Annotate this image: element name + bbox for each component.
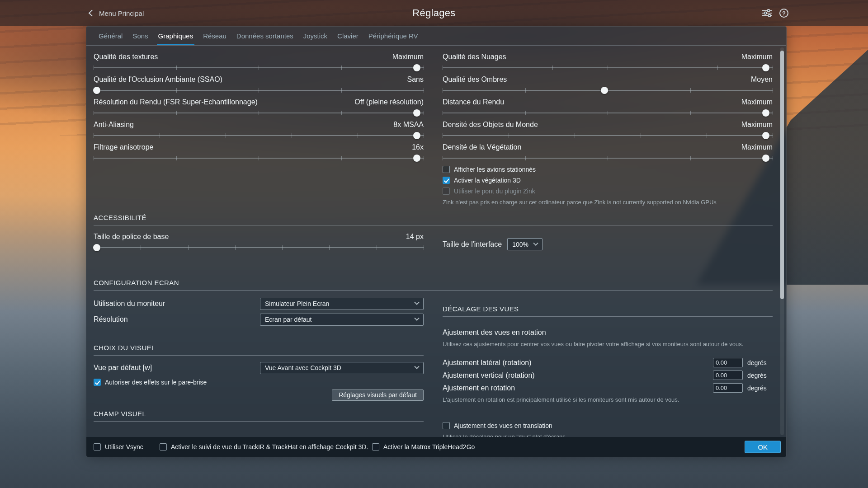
slider-knob[interactable]	[413, 109, 420, 117]
default-view-dropdown[interactable]: Vue Avant avec Cockpit 3D	[260, 362, 424, 374]
tab-general[interactable]: Général	[94, 27, 127, 45]
sliders-left-column: Qualité des texturesMaximum Qualité de l…	[94, 53, 424, 206]
slider-knob[interactable]	[762, 155, 769, 162]
slider-knob[interactable]	[413, 132, 420, 139]
monitor-usage-label: Utilisation du moniteur	[94, 300, 260, 308]
checkbox-matrox-triplehead[interactable]: Activer la Matrox TripleHead2Go	[372, 443, 475, 450]
page-title: Réglages	[0, 7, 868, 19]
section-header-visual-choice: CHOIX DU VISUEL	[94, 344, 424, 356]
checkbox-label: Utiliser Vsync	[105, 443, 143, 450]
slider-label: Filtrage anisotrope	[94, 143, 154, 151]
display-settings-icon[interactable]	[762, 9, 772, 17]
zink-unsupported-note: Zink n'est pas pris en charge sur cet or…	[443, 198, 773, 206]
scrollbar-thumb[interactable]	[780, 51, 784, 299]
slider-ticks	[94, 64, 424, 71]
tab-graphiques[interactable]: Graphiques	[153, 27, 198, 45]
slider-knob[interactable]	[93, 87, 100, 94]
interface-size-row: Taille de l'interface 100%	[443, 234, 773, 255]
visual-defaults-button[interactable]: Réglages visuels par défaut	[332, 389, 424, 401]
checkbox-box	[94, 379, 101, 386]
tab-joystick[interactable]: Joystick	[298, 27, 332, 45]
vertical-rotation-label: Ajustement vertical (rotation)	[443, 371, 708, 380]
slider-track[interactable]	[94, 64, 424, 71]
slider-knob[interactable]	[413, 64, 420, 71]
checkbox-box	[443, 422, 450, 429]
slider-knob[interactable]	[762, 64, 769, 71]
checkbox-label: Afficher les avions stationnés	[454, 166, 536, 173]
rotation-adjust-label: Ajustement en rotation	[443, 384, 708, 392]
slider-fsr-resolution: Résolution du Rendu (FSR Super-Echantill…	[94, 98, 424, 117]
slider-knob[interactable]	[601, 87, 608, 94]
checkbox-box	[443, 177, 450, 184]
lateral-rotation-label: Ajustement latéral (rotation)	[443, 359, 708, 367]
checkbox-trackir[interactable]: Activer le suivi de vue du TrackIR & Tra…	[160, 443, 368, 450]
checkbox-vsync[interactable]: Utiliser Vsync	[94, 443, 143, 450]
checkbox-translation-adjust[interactable]: Ajustement des vues en translation	[443, 422, 773, 429]
resolution-dropdown[interactable]: Ecran par défaut	[260, 314, 424, 326]
tab-donnees-sortantes[interactable]: Données sortantes	[231, 27, 298, 45]
checkbox-windshield-effects[interactable]: Autoriser des effets sur le pare-brise	[94, 379, 424, 386]
slider-track[interactable]	[443, 109, 773, 117]
checkbox-3d-vegetation[interactable]: Activer la végétation 3D	[443, 177, 773, 184]
slider-value: 8x MSAA	[393, 121, 424, 129]
slider-track[interactable]	[443, 64, 773, 71]
vertical-rotation-input[interactable]	[713, 371, 743, 380]
slider-knob[interactable]	[762, 109, 769, 117]
slider-anisotropic-filtering: Filtrage anisotrope16x	[94, 143, 424, 162]
slider-track[interactable]	[443, 132, 773, 139]
slider-ticks	[443, 64, 773, 71]
translation-description: Utilisez le décalage pour un "mur" plat …	[443, 433, 773, 437]
help-icon[interactable]: ?	[779, 9, 788, 18]
slider-knob[interactable]	[413, 155, 420, 162]
accessibility-left: Taille de police de base14 px	[94, 233, 424, 255]
slider-track[interactable]	[94, 155, 424, 162]
checkbox-box	[94, 443, 101, 450]
checkbox-label: Activer la végétation 3D	[454, 177, 521, 184]
slider-ticks	[94, 155, 424, 162]
slider-label: Anti-Aliasing	[94, 121, 134, 129]
slider-track[interactable]	[94, 132, 424, 139]
tab-sons[interactable]: Sons	[127, 27, 153, 45]
slider-knob[interactable]	[762, 132, 769, 139]
slider-value: 14 px	[406, 233, 424, 241]
slider-track[interactable]	[443, 87, 773, 94]
rotation-adjust-title: Ajustement des vues en rotation	[443, 328, 773, 337]
slider-value: 16x	[412, 143, 424, 151]
slider-ticks	[94, 109, 424, 117]
slider-value: Moyen	[751, 75, 773, 84]
tab-reseau[interactable]: Réseau	[198, 27, 231, 45]
slider-track[interactable]	[94, 87, 424, 94]
slider-track[interactable]	[94, 109, 424, 117]
checkbox-show-parked-aircraft[interactable]: Afficher les avions stationnés	[443, 166, 773, 173]
chevron-down-icon	[414, 364, 419, 369]
slider-ticks	[94, 87, 424, 94]
top-bar: Menu Principal Réglages ?	[0, 0, 868, 26]
slider-value: Off (pleine résolution)	[354, 98, 424, 106]
rotation-adjust-input[interactable]	[713, 383, 743, 393]
tab-peripherique-rv[interactable]: Périphérique RV	[363, 27, 423, 45]
slider-label: Densité des Objets du Monde	[443, 121, 538, 129]
checkbox-label: Activer la Matrox TripleHead2Go	[383, 443, 475, 450]
slider-knob[interactable]	[93, 244, 100, 251]
section-header-view-offset: DÉCALAGE DES VUES	[443, 305, 773, 317]
graphics-checkbox-group: Afficher les avions stationnés Activer l…	[443, 166, 773, 206]
dropdown-value: Vue Avant avec Cockpit 3D	[265, 364, 341, 371]
rotation-adjust-description: Utilisez ces ajustements pour centrer vo…	[443, 340, 773, 348]
checkbox-label: Ajustement des vues en translation	[454, 422, 552, 429]
slider-vegetation-density: Densité de la VégétationMaximum	[443, 143, 773, 162]
slider-ticks	[443, 109, 773, 117]
checkbox-label: Autoriser des effets sur le pare-brise	[105, 379, 207, 386]
lateral-rotation-input[interactable]	[713, 358, 743, 367]
degrees-unit: degrés	[747, 359, 773, 366]
ok-button[interactable]: OK	[745, 441, 781, 453]
slider-track[interactable]	[94, 244, 424, 251]
monitor-usage-dropdown[interactable]: Simulateur Plein Ecran	[260, 298, 424, 310]
dropdown-value: 100%	[512, 241, 528, 248]
slider-base-font-size: Taille de police de base14 px	[94, 233, 424, 251]
slider-render-distance: Distance du RenduMaximum	[443, 98, 773, 117]
tab-clavier[interactable]: Clavier	[332, 27, 363, 45]
slider-label: Qualité des textures	[94, 53, 158, 61]
interface-size-dropdown[interactable]: 100%	[507, 238, 542, 250]
chevron-down-icon	[533, 240, 538, 245]
slider-track[interactable]	[443, 155, 773, 162]
